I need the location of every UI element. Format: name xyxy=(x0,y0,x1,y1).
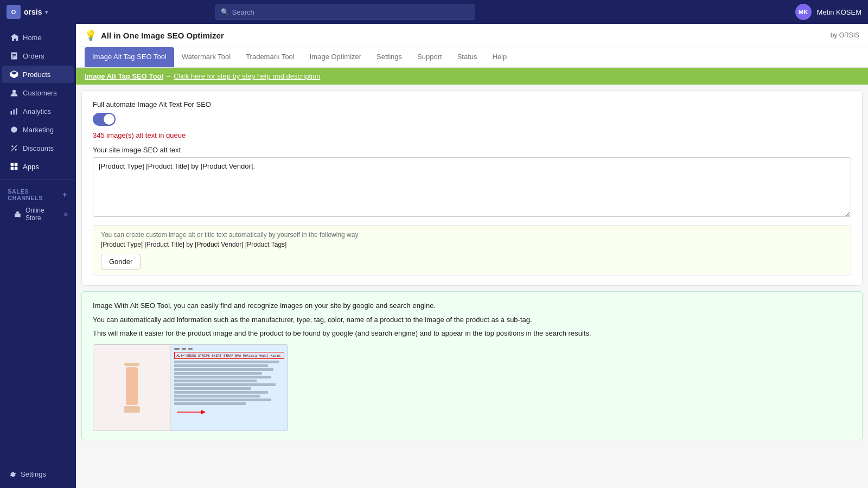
tab-trademark[interactable]: Trademark Tool xyxy=(238,47,302,67)
sales-channels-label: SALES CHANNELS xyxy=(8,188,61,201)
red-box-highlight: ALT="GÜDÜĞ STRIPE SKIRT STRAP BRA Meliss… xyxy=(174,352,284,359)
app-logo[interactable]: O orsis ▾ xyxy=(7,5,48,19)
orders-icon xyxy=(10,52,18,60)
tool-section: Full automate Image Alt Text For SEO 345… xyxy=(81,90,863,286)
sidebar-label-products: Products xyxy=(23,70,50,79)
online-store-settings-icon[interactable]: ⚙ xyxy=(63,211,68,217)
queue-info: 345 image(s) alt text in queue xyxy=(93,131,851,139)
svg-rect-11 xyxy=(11,163,14,166)
content-area: 💡 All in One Image SEO Optimizer by ORSI… xyxy=(76,24,868,488)
logo-text: orsis xyxy=(24,8,42,16)
content-inner: Full automate Image Alt Text For SEO 345… xyxy=(76,90,868,440)
search-input[interactable] xyxy=(232,8,469,16)
screenshot-inner: ALT="GÜDÜĞ STRIPE SKIRT STRAP BRA Meliss… xyxy=(93,345,288,431)
tab-status[interactable]: Status xyxy=(450,47,485,67)
screenshot-left xyxy=(93,345,171,431)
page-header: 💡 All in One Image SEO Optimizer by ORSI… xyxy=(76,24,868,47)
svg-rect-14 xyxy=(15,167,18,170)
sidebar-item-customers[interactable]: Customers xyxy=(2,84,74,101)
page-header-icon: 💡 xyxy=(85,29,97,41)
search-container: 🔍 xyxy=(215,4,475,20)
hint-section: You can create custom image alt or title… xyxy=(93,225,851,275)
tab-support[interactable]: Support xyxy=(410,47,450,67)
sidebar-label-customers: Customers xyxy=(23,89,57,97)
info-line-1: Image With Alt SEO Tool, you can easily … xyxy=(93,300,851,311)
settings-icon xyxy=(8,470,16,478)
info-line-3: This will make it easier for the product… xyxy=(93,328,851,339)
svg-point-8 xyxy=(11,145,13,147)
logo-icon: O xyxy=(7,5,21,19)
info-section: Image With Alt SEO Tool, you can easily … xyxy=(81,291,863,440)
page-byline: by ORSIS xyxy=(831,31,859,39)
tab-image-optimizer[interactable]: Image Optimizer xyxy=(302,47,369,67)
user-name: Metin KÖSEM xyxy=(817,8,861,16)
svg-rect-6 xyxy=(13,110,14,115)
sidebar-label-apps: Apps xyxy=(23,163,39,171)
demo-screenshot: ALT="GÜDÜĞ STRIPE SKIRT STRAP BRA Meliss… xyxy=(93,344,288,431)
sidebar-item-discounts[interactable]: Discounts xyxy=(2,139,74,157)
info-bar-tool-link[interactable]: Image Alt Tag SEO Tool xyxy=(85,72,163,80)
sidebar-label-discounts: Discounts xyxy=(23,144,54,152)
search-box[interactable]: 🔍 xyxy=(215,4,475,20)
seo-alt-textarea[interactable] xyxy=(93,157,851,217)
info-bar-separator: – xyxy=(167,72,170,80)
sidebar-item-settings[interactable]: Settings xyxy=(0,464,76,484)
sidebar-label-orders: Orders xyxy=(23,52,44,60)
home-icon xyxy=(10,33,18,42)
marketing-icon xyxy=(10,125,18,134)
svg-point-4 xyxy=(12,89,16,93)
svg-marker-16 xyxy=(201,410,206,414)
tab-settings[interactable]: Settings xyxy=(369,47,410,67)
screenshot-right: ALT="GÜDÜĞ STRIPE SKIRT STRAP BRA Meliss… xyxy=(171,345,288,431)
top-nav-right: MK Metin KÖSEM xyxy=(795,4,861,20)
products-icon xyxy=(10,70,18,79)
discounts-icon xyxy=(10,144,18,152)
info-line-2: You can automatically add information su… xyxy=(93,314,851,325)
sidebar-divider xyxy=(0,179,76,179)
toggle-knob xyxy=(104,114,114,125)
chevron-down-icon: ▾ xyxy=(45,9,48,15)
sidebar-label-settings: Settings xyxy=(21,470,46,478)
sidebar-item-online-store[interactable]: Online Store ⚙ xyxy=(0,203,76,225)
automate-label: Full automate Image Alt Text For SEO xyxy=(93,100,851,108)
svg-rect-12 xyxy=(15,163,18,166)
sidebar-item-home[interactable]: Home xyxy=(2,29,74,46)
svg-rect-5 xyxy=(11,111,12,114)
sidebar-label-analytics: Analytics xyxy=(23,107,51,115)
tab-help[interactable]: Help xyxy=(485,47,515,67)
sidebar-item-analytics[interactable]: Analytics xyxy=(2,102,74,120)
tab-bar: Image Alt Tag SEO Tool Watermark Tool Tr… xyxy=(76,47,868,68)
sales-channels-section: SALES CHANNELS + xyxy=(0,183,76,203)
avatar[interactable]: MK xyxy=(795,4,812,20)
top-nav: O orsis ▾ 🔍 MK Metin KÖSEM xyxy=(0,0,868,24)
sidebar-item-apps[interactable]: Apps xyxy=(2,158,74,175)
sidebar-label-online-store: Online Store xyxy=(25,207,59,222)
automate-toggle[interactable] xyxy=(93,113,116,126)
main-layout: Home Orders Products Customers Analytics… xyxy=(0,24,868,488)
sidebar-label-home: Home xyxy=(23,34,42,42)
sidebar: Home Orders Products Customers Analytics… xyxy=(0,24,76,488)
svg-point-9 xyxy=(15,149,17,151)
leg-illustration xyxy=(124,363,140,413)
svg-rect-13 xyxy=(11,167,14,170)
svg-rect-7 xyxy=(16,108,17,114)
analytics-icon xyxy=(10,107,18,115)
hint-tags: [Product Type] [Product Title] by [Produ… xyxy=(101,241,843,248)
seo-alt-label: Your site image SEO alt text xyxy=(93,146,851,154)
info-bar: Image Alt Tag SEO Tool – Click here for … xyxy=(76,68,868,85)
search-icon: 🔍 xyxy=(221,8,229,16)
info-bar-help-link[interactable]: Click here for step by step help and des… xyxy=(174,72,320,80)
gonder-button[interactable]: Gonder xyxy=(101,254,141,269)
hint-text: You can create custom image alt or title… xyxy=(101,231,843,239)
tab-image-alt-tag[interactable]: Image Alt Tag SEO Tool xyxy=(85,47,174,67)
svg-rect-15 xyxy=(15,214,20,217)
code-highlight: ALT="GÜDÜĞ STRIPE SKIRT STRAP BRA Meliss… xyxy=(176,354,282,357)
apps-icon xyxy=(10,162,18,171)
sidebar-item-products[interactable]: Products xyxy=(2,66,74,83)
sidebar-item-marketing[interactable]: Marketing xyxy=(2,121,74,138)
add-sales-channel-icon[interactable]: + xyxy=(61,191,68,198)
red-arrow-icon xyxy=(174,407,207,417)
store-icon xyxy=(14,210,21,218)
tab-watermark[interactable]: Watermark Tool xyxy=(174,47,238,67)
sidebar-item-orders[interactable]: Orders xyxy=(2,47,74,65)
